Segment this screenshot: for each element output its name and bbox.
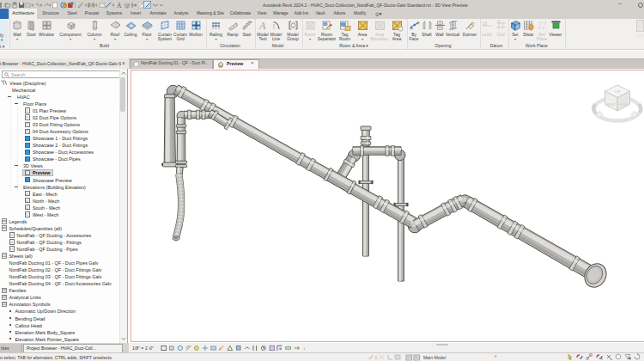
- svg-text:A: A: [117, 2, 122, 9]
- svg-text:0: 0: [374, 355, 378, 360]
- svg-text:RIGHT: RIGHT: [620, 103, 629, 107]
- svg-text:TOP: TOP: [615, 90, 622, 94]
- svg-text:FRONT: FRONT: [606, 103, 615, 107]
- svg-text:A: A: [258, 20, 266, 32]
